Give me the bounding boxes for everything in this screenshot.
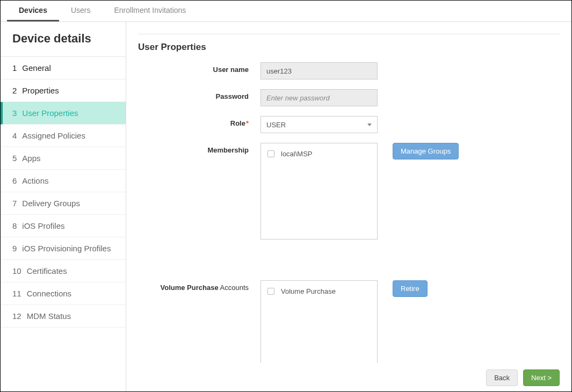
sidebar-item-label: Certificates (27, 266, 67, 275)
sidebar-item-number: 2 (12, 86, 17, 95)
sidebar-item-assigned-policies[interactable]: 4 Assigned Policies (1, 125, 126, 147)
sidebar: Device details 1 General 2 Properties 3 … (1, 22, 126, 391)
username-input[interactable] (260, 62, 378, 79)
sidebar-item-delivery-groups[interactable]: 7 Delivery Groups (1, 192, 126, 215)
sidebar-item-label: iOS Profiles (22, 221, 64, 230)
sidebar-item-label: Apps (22, 154, 40, 163)
username-label: User name (138, 62, 260, 74)
password-label: Password (138, 89, 260, 100)
sidebar-item-label: Assigned Policies (22, 131, 85, 140)
sidebar-item-label: Connections (27, 289, 71, 298)
sidebar-item-number: 3 (12, 108, 17, 118)
sidebar-item-ios-profiles[interactable]: 8 iOS Profiles (1, 215, 126, 237)
sidebar-item-label: General (22, 63, 50, 72)
sidebar-item-label: iOS Provisioning Profiles (22, 244, 111, 253)
footer-buttons: Back Next > (138, 363, 560, 386)
sidebar-item-label: Actions (22, 176, 48, 185)
volume-purchase-list-item[interactable]: Volume Purchase (267, 286, 371, 296)
sidebar-item-label: User Properties (22, 108, 78, 118)
volume-purchase-listbox[interactable]: Volume Purchase (260, 280, 378, 363)
membership-list-item[interactable]: local\MSP (267, 149, 371, 159)
tab-enrollment-invitations[interactable]: Enrollment Invitations (103, 1, 198, 21)
sidebar-item-number: 1 (12, 63, 17, 72)
sidebar-item-label: Properties (22, 86, 59, 95)
sidebar-item-number: 4 (12, 131, 17, 140)
sidebar-item-user-properties[interactable]: 3 User Properties (1, 102, 126, 125)
sidebar-item-mdm-status[interactable]: 12 MDM Status (1, 305, 126, 328)
checkbox-icon[interactable] (267, 150, 274, 157)
main-panel: User Properties User name Password Role*… (126, 22, 571, 391)
sidebar-item-label: MDM Status (27, 311, 71, 321)
sidebar-item-number: 11 (12, 289, 21, 298)
retire-button[interactable]: Retire (393, 280, 428, 297)
sidebar-item-general[interactable]: 1 General (1, 57, 126, 79)
next-button[interactable]: Next > (523, 369, 560, 386)
sidebar-title: Device details (1, 22, 126, 57)
sidebar-item-number: 12 (12, 311, 21, 321)
sidebar-item-actions[interactable]: 6 Actions (1, 170, 126, 192)
sidebar-item-apps[interactable]: 5 Apps (1, 147, 126, 170)
caret-down-icon (367, 124, 372, 126)
role-select[interactable]: USER (260, 116, 378, 133)
sidebar-item-label: Delivery Groups (22, 199, 80, 208)
sidebar-item-number: 10 (12, 266, 21, 275)
sidebar-item-number: 9 (12, 244, 17, 253)
manage-groups-button[interactable]: Manage Groups (393, 143, 459, 159)
section-title: User Properties (138, 42, 560, 53)
sidebar-item-number: 6 (12, 176, 17, 185)
membership-item-label: local\MSP (281, 150, 313, 158)
sidebar-item-number: 8 (12, 221, 17, 230)
membership-listbox[interactable]: local\MSP (260, 143, 378, 239)
tab-devices[interactable]: Devices (7, 1, 59, 21)
top-tabs: Devices Users Enrollment Invitations (1, 1, 571, 22)
sidebar-item-properties[interactable]: 2 Properties (1, 79, 126, 102)
sidebar-item-number: 7 (12, 199, 17, 208)
back-button[interactable]: Back (486, 369, 518, 386)
checkbox-icon[interactable] (267, 288, 274, 295)
sidebar-item-connections[interactable]: 11 Connections (1, 282, 126, 305)
role-label: Role* (138, 116, 260, 127)
tab-users[interactable]: Users (59, 1, 103, 21)
volume-purchase-label: Volume Purchase Accounts (138, 280, 260, 292)
volume-purchase-item-label: Volume Purchase (281, 287, 336, 295)
password-input[interactable] (260, 89, 378, 106)
role-select-value: USER (266, 121, 286, 129)
sidebar-item-certificates[interactable]: 10 Certificates (1, 260, 126, 282)
sidebar-item-number: 5 (12, 154, 17, 163)
divider (138, 34, 560, 34)
membership-label: Membership (138, 143, 260, 154)
sidebar-item-ios-provisioning-profiles[interactable]: 9 iOS Provisioning Profiles (1, 237, 126, 260)
